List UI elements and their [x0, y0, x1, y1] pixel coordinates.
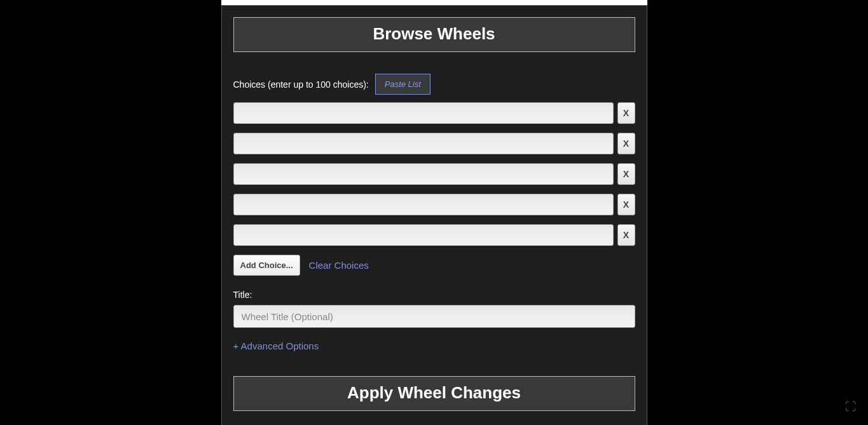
paste-list-button[interactable]: Paste List [375, 74, 431, 95]
choice-input-1[interactable] [233, 102, 614, 124]
add-choice-button[interactable]: Add Choice... [233, 255, 300, 276]
choices-header: Choices (enter up to 100 choices): Paste… [233, 74, 635, 95]
apply-wheel-changes-button[interactable]: Apply Wheel Changes [233, 376, 635, 411]
remove-choice-button[interactable]: X [617, 163, 635, 185]
choice-input-3[interactable] [233, 163, 614, 185]
choice-row: X [233, 224, 635, 246]
remove-choice-button[interactable]: X [617, 224, 635, 246]
title-label: Title: [233, 290, 635, 300]
choice-row: X [233, 133, 635, 154]
clear-choices-link[interactable]: Clear Choices [309, 260, 369, 271]
choice-row: X [233, 163, 635, 185]
choice-input-4[interactable] [233, 194, 614, 215]
browse-wheels-button[interactable]: Browse Wheels [233, 17, 635, 52]
remove-choice-button[interactable]: X [617, 102, 635, 124]
choice-row: X [233, 194, 635, 215]
advanced-options-toggle[interactable]: + Advanced Options [233, 341, 319, 351]
corner-decoration-icon: ⛶ [845, 400, 857, 414]
page-container: Browse Wheels Choices (enter up to 100 c… [221, 0, 647, 425]
remove-choice-button[interactable]: X [617, 194, 635, 215]
remove-choice-button[interactable]: X [617, 133, 635, 154]
choice-input-2[interactable] [233, 133, 614, 154]
choice-actions: Add Choice... Clear Choices [233, 255, 635, 276]
wheel-title-input[interactable] [233, 305, 635, 328]
header-strip [221, 0, 647, 5]
choice-input-5[interactable] [233, 224, 614, 246]
wheel-config-panel: Browse Wheels Choices (enter up to 100 c… [221, 5, 647, 425]
choices-label: Choices (enter up to 100 choices): [233, 79, 369, 90]
choice-row: X [233, 102, 635, 124]
choice-rows: X X X X X [233, 102, 635, 246]
